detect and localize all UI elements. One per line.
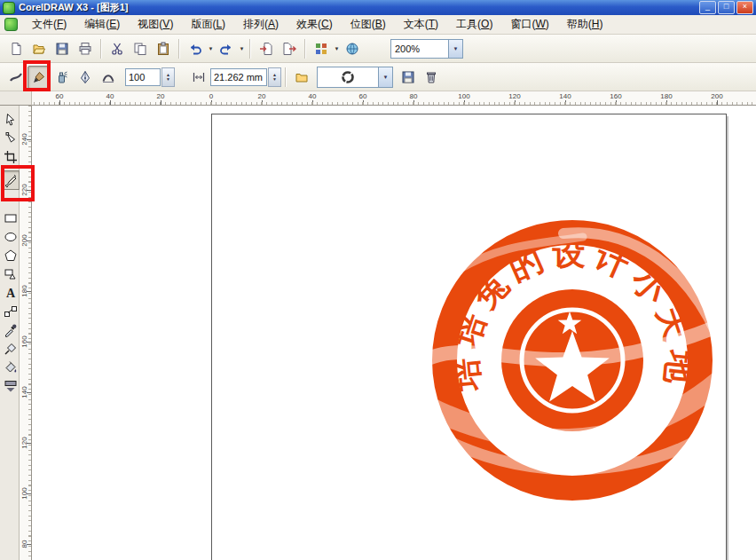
stroke-width-label (187, 66, 210, 89)
save-stroke-button[interactable] (397, 66, 420, 89)
polygon-tool[interactable] (1, 246, 20, 265)
menu-tools[interactable]: 工具(O) (447, 14, 501, 35)
stroke-list-arrow-icon[interactable]: ▼ (378, 67, 392, 87)
undo-dropdown-arrow-icon[interactable]: ▼ (207, 46, 215, 51)
h-ruler-tick (717, 100, 718, 105)
crop-tool[interactable] (1, 147, 20, 167)
ellipse-tool[interactable] (1, 227, 20, 247)
menu-layout[interactable]: 版面(L) (182, 14, 234, 35)
cut-button[interactable] (106, 37, 129, 60)
undo-icon (188, 42, 202, 56)
freehand-smoothing-value: 100 (129, 72, 145, 83)
h-ruler-tick (413, 100, 414, 105)
v-ruler-label: 240 (20, 130, 29, 148)
h-ruler-label: 120 (508, 92, 520, 100)
fill-icon (4, 360, 18, 375)
eyedropper-tool[interactable] (1, 320, 20, 340)
save-button[interactable] (51, 37, 74, 60)
h-ruler-label: 140 (559, 92, 571, 100)
menu-text[interactable]: 文本(T) (395, 14, 447, 35)
pick-tool[interactable] (1, 110, 20, 130)
freehand-smoothing-field[interactable]: 100 (125, 68, 161, 86)
app-launcher-icon (314, 42, 328, 56)
menu-view[interactable]: 视图(V) (129, 14, 182, 35)
shape-tool[interactable] (1, 129, 20, 148)
eyedropper-icon (4, 323, 18, 337)
application-launcher-dropdown-arrow-icon[interactable]: ▼ (333, 46, 341, 51)
interactive-fill-icon (4, 379, 18, 393)
new-button[interactable] (4, 37, 28, 60)
h-ruler-tick (515, 100, 516, 105)
drawing-canvas[interactable]: 培培兔的设计小天地 (32, 106, 756, 560)
zoom-dropdown-arrow-icon[interactable]: ▼ (448, 40, 462, 58)
menu-arrange[interactable]: 排列(A) (234, 14, 287, 35)
export-button[interactable] (278, 37, 301, 60)
trash-icon (424, 70, 438, 84)
title-bar: CorelDRAW X3 - [图形1] _ □ × (0, 0, 756, 15)
toolbar-separator (304, 39, 306, 59)
fill-tool[interactable] (1, 358, 20, 377)
paste-button[interactable] (152, 37, 175, 60)
open-icon (32, 42, 46, 56)
export-icon (282, 42, 296, 56)
horizontal-ruler[interactable]: 604020020406080100120140160180200 (32, 91, 756, 106)
open-button[interactable] (28, 37, 51, 60)
application-launcher-button[interactable] (310, 37, 333, 60)
outline-tool[interactable] (1, 339, 20, 359)
stroke-preview-icon (318, 70, 378, 84)
corel-online-button[interactable] (341, 37, 364, 60)
menu-bitmaps[interactable]: 位图(B) (342, 14, 395, 35)
calligraphic-mode-button[interactable] (74, 66, 97, 89)
menu-file[interactable]: 文件(F) (23, 14, 75, 35)
menu-window[interactable]: 窗口(W) (501, 14, 557, 35)
pressure-mode-button[interactable] (97, 66, 120, 89)
h-ruler-label: 60 (56, 92, 64, 100)
document-icon (4, 18, 18, 31)
stroke-width-field[interactable]: 21.262 mm (210, 68, 267, 86)
v-ruler-label: 140 (20, 383, 29, 401)
basic-shapes-tool[interactable] (1, 264, 20, 284)
interactive-fill-tool[interactable] (1, 376, 20, 396)
redo-dropdown-arrow-icon[interactable]: ▼ (238, 46, 246, 51)
h-ruler-label: 200 (711, 92, 722, 100)
menu-effects[interactable]: 效果(C) (287, 14, 342, 35)
interactive-blend-tool[interactable] (1, 302, 20, 321)
delete-stroke-button[interactable] (420, 66, 443, 89)
h-ruler-label: 60 (359, 92, 367, 100)
h-ruler-tick (565, 100, 566, 105)
minimize-button[interactable]: _ (699, 1, 716, 14)
browse-button[interactable] (290, 66, 313, 89)
h-ruler-tick (666, 100, 667, 105)
svg-text:A: A (5, 287, 15, 300)
freehand-smoothing-spinner[interactable]: ▲▼ (161, 67, 175, 87)
h-ruler-tick (110, 100, 111, 105)
toolbar-separator (100, 39, 102, 59)
print-button[interactable] (74, 37, 97, 60)
pick-icon (4, 113, 18, 127)
sprayer-mode-button[interactable] (51, 66, 74, 89)
toolbar-separator (178, 39, 180, 59)
zoom-level-value: 200% (391, 43, 448, 54)
h-ruler-label: 40 (106, 92, 114, 100)
menu-bar: 文件(F)编辑(E)视图(V)版面(L)排列(A)效果(C)位图(B)文本(T)… (0, 15, 756, 35)
v-ruler-tick (27, 139, 31, 140)
menu-help[interactable]: 帮助(H) (558, 14, 612, 35)
import-button[interactable] (255, 37, 278, 60)
h-ruler-label: 20 (258, 92, 266, 100)
basic-shapes-icon (4, 267, 18, 281)
save-icon (55, 42, 69, 56)
stamp-artwork[interactable]: 培培兔的设计小天地 (430, 217, 714, 501)
stroke-list-combo[interactable]: ▼ (317, 67, 393, 88)
zoom-level-combo[interactable]: 200% ▼ (390, 39, 463, 59)
rectangle-tool[interactable] (1, 209, 20, 228)
save-icon (401, 70, 415, 84)
undo-button[interactable] (184, 37, 207, 60)
copy-button[interactable] (129, 37, 152, 60)
stroke-width-spinner[interactable]: ▲▼ (268, 67, 281, 87)
menu-edit[interactable]: 编辑(E) (75, 14, 129, 35)
close-button[interactable]: × (736, 1, 753, 14)
text-tool[interactable]: A (1, 283, 20, 303)
maximize-button[interactable]: □ (718, 1, 735, 14)
redo-button[interactable] (215, 37, 238, 60)
h-ruler-tick (616, 100, 617, 105)
